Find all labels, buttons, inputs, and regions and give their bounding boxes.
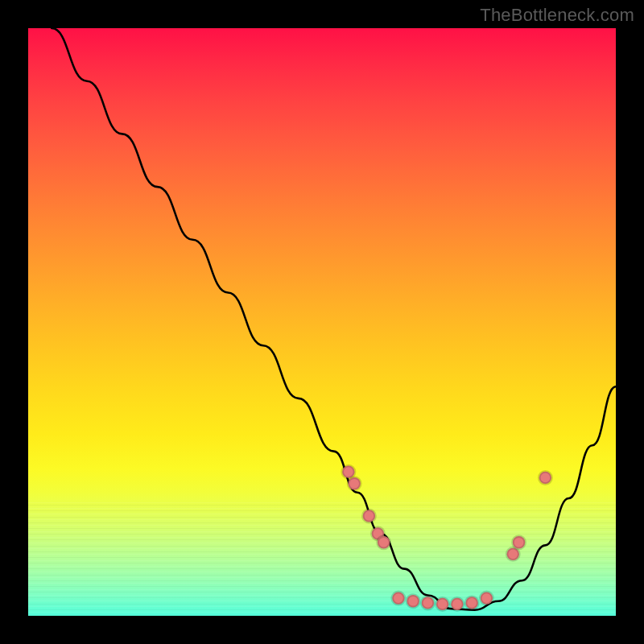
data-marker: [513, 536, 525, 548]
data-marker: [392, 592, 404, 604]
data-marker: [378, 536, 390, 548]
data-marker: [348, 477, 360, 489]
data-marker: [539, 472, 551, 484]
data-marker: [436, 598, 448, 610]
data-marker: [465, 597, 477, 609]
data-marker: [422, 597, 434, 609]
data-marker: [407, 595, 419, 607]
bottleneck-curve: [52, 28, 616, 610]
data-marker: [451, 598, 463, 610]
chart-frame: TheBottleneck.com: [0, 0, 644, 644]
watermark-text: TheBottleneck.com: [480, 5, 634, 26]
curve-svg: [28, 28, 616, 616]
plot-area: [28, 28, 616, 616]
data-marker: [481, 592, 493, 604]
data-marker: [363, 510, 375, 522]
data-markers: [342, 465, 551, 610]
